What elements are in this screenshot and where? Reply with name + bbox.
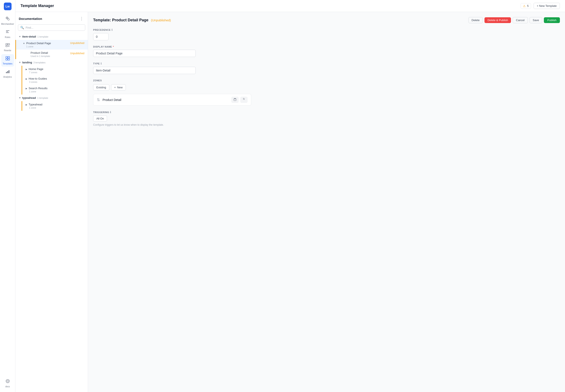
template-status: (Unpublished) bbox=[151, 18, 171, 22]
svg-rect-4 bbox=[6, 30, 9, 31]
tree-group-landing: ▼ landing 3 templates ▶ Home Page 7 zone bbox=[15, 59, 88, 95]
sidebar-item-rules[interactable]: Rules bbox=[1, 28, 14, 40]
alert-badge: ⚠ 5 bbox=[520, 3, 531, 9]
zone-delete-button[interactable] bbox=[231, 97, 238, 103]
sidebar-item-analytics[interactable]: Analytics bbox=[1, 68, 14, 80]
precedence-input[interactable] bbox=[93, 33, 108, 40]
svg-point-20 bbox=[7, 380, 9, 382]
svg-point-1 bbox=[8, 19, 9, 20]
tree-subitem-name: Product Detail bbox=[30, 51, 68, 55]
svg-rect-17 bbox=[7, 71, 8, 73]
sidebar-docs[interactable]: docs bbox=[4, 377, 11, 390]
delete-publish-button[interactable]: Delete & Publish bbox=[484, 17, 511, 23]
tree-group-item-detail-header[interactable]: ▼ item-detail 1 template bbox=[15, 33, 88, 40]
chevron-right-icon: ▶ bbox=[26, 78, 27, 80]
chevron-right-icon: ▶ bbox=[26, 87, 27, 90]
search-icon: 🔍 bbox=[20, 26, 24, 29]
tree-item-home-page[interactable]: ▶ Home Page 7 zones bbox=[22, 66, 88, 75]
svg-rect-9 bbox=[6, 45, 7, 47]
chevron-down-icon: ▼ bbox=[23, 42, 25, 45]
zones-label: ZONES bbox=[93, 79, 560, 82]
tree-group-landing-header[interactable]: ▼ landing 3 templates bbox=[15, 59, 88, 66]
tree-group-item-detail: ▼ item-detail 1 template ▼ Product Detai… bbox=[15, 33, 88, 59]
subitem-unpublished-badge[interactable]: Unpublished bbox=[70, 52, 84, 55]
tree-group-landing-children: ▶ Home Page 7 zones ▶ How-to Guides bbox=[22, 66, 88, 95]
tree-subitem-left: Product Detail Used in 1 template bbox=[30, 51, 68, 57]
type-input[interactable] bbox=[93, 67, 196, 74]
existing-button[interactable]: Existing bbox=[93, 84, 109, 90]
zone-row: ⇅ Product Detail bbox=[93, 94, 251, 106]
drag-handle-icon[interactable]: ⇅ bbox=[97, 98, 100, 102]
cancel-button[interactable]: Cancel bbox=[513, 17, 528, 23]
tree-item-row: ▶ Search Results bbox=[26, 87, 84, 90]
plus-icon: + bbox=[114, 86, 116, 89]
save-button[interactable]: Save bbox=[530, 17, 542, 23]
all-on-button[interactable]: All On bbox=[93, 115, 107, 122]
panel-menu-button[interactable]: ⋮ bbox=[79, 15, 84, 22]
precedence-label: PRECEDENCE ℹ bbox=[93, 28, 560, 31]
sidebar: Lw Merchandiser Rules bbox=[0, 0, 15, 392]
zone-name: Product Detail bbox=[103, 98, 229, 102]
svg-rect-8 bbox=[8, 43, 10, 45]
topbar-actions: ⚠ 5 + New Template bbox=[520, 3, 560, 9]
triggering-section: Triggering ℹ All On Configure triggers t… bbox=[93, 111, 560, 126]
new-template-button[interactable]: + New Template bbox=[534, 3, 560, 9]
search-input[interactable] bbox=[26, 26, 83, 29]
tree-item-sub: 7 zones bbox=[26, 71, 84, 74]
display-name-section: DISPLAY NAME * bbox=[93, 45, 560, 57]
tree-item-product-detail-page[interactable]: ▼ Product Detail Page 1 zone Unpublished bbox=[15, 40, 88, 50]
display-name-label: DISPLAY NAME * bbox=[93, 45, 560, 48]
new-zone-button[interactable]: + New bbox=[111, 84, 126, 90]
chevron-down-icon: ▼ bbox=[19, 35, 21, 38]
svg-rect-12 bbox=[6, 56, 7, 58]
sidebar-nav: Merchandiser Rules bbox=[1, 14, 14, 377]
sidebar-item-rewrite[interactable]: Rewrite bbox=[1, 41, 14, 53]
tree-group-typeahead-children: ▶ Typeahead 1 zone bbox=[22, 101, 88, 111]
svg-rect-18 bbox=[9, 70, 9, 73]
panel-title: Documentation bbox=[19, 17, 42, 20]
sidebar-item-analytics-label: Analytics bbox=[3, 76, 12, 78]
publish-button[interactable]: Publish bbox=[544, 17, 560, 23]
tree-item-name: Search Results bbox=[29, 87, 47, 90]
template-title: Template: Product Detail Page bbox=[93, 18, 149, 22]
tree-item-search-results[interactable]: ▶ Search Results 1 zone bbox=[22, 85, 88, 95]
zones-section: ZONES Existing + New ⇅ Product Detail bbox=[93, 79, 560, 106]
svg-point-19 bbox=[6, 379, 9, 383]
display-name-input[interactable] bbox=[93, 50, 196, 57]
tree-item-typeahead[interactable]: ▶ Typeahead 1 zone bbox=[22, 101, 88, 111]
unpublished-badge[interactable]: Unpublished bbox=[70, 42, 84, 45]
tree-item-left: ▶ Home Page 7 zones bbox=[26, 68, 84, 74]
tree-item-name: Home Page bbox=[29, 68, 43, 71]
tree-item-how-to-guides[interactable]: ▶ How-to Guides 3 zones bbox=[22, 75, 88, 85]
chevron-down-icon: ▼ bbox=[19, 61, 21, 64]
triggering-info-icon: ℹ bbox=[110, 111, 111, 114]
svg-rect-6 bbox=[6, 32, 9, 33]
zone-actions bbox=[231, 97, 248, 103]
tree-item-row: ▶ Typeahead bbox=[26, 103, 84, 106]
tree-item-sub: 1 zone bbox=[26, 90, 84, 93]
search-box: 🔍 bbox=[18, 24, 85, 31]
tree-group-name: landing bbox=[22, 61, 32, 64]
type-section: TYPE ℹ bbox=[93, 62, 560, 74]
tree-item-left: ▶ How-to Guides 3 zones bbox=[26, 77, 84, 83]
sidebar-item-templates[interactable]: Templates bbox=[1, 54, 14, 67]
tree-item-row: ▶ Home Page bbox=[26, 68, 84, 71]
sidebar-item-rules-label: Rules bbox=[5, 36, 11, 38]
docs-icon bbox=[5, 379, 10, 385]
sidebar-item-merchandiser-label: Merchandiser bbox=[1, 23, 14, 25]
main-area: Template Manager ⚠ 5 + New Template Docu… bbox=[15, 0, 565, 392]
tree-group-name: item-detail bbox=[22, 35, 36, 38]
tree-group-count: 1 template bbox=[37, 35, 48, 38]
delete-button[interactable]: Delete bbox=[468, 17, 483, 23]
tree-subitem-product-detail[interactable]: Product Detail Used in 1 template Unpubl… bbox=[15, 50, 88, 59]
tree-group-typeahead-header[interactable]: ▼ typeahead 1 template bbox=[15, 95, 88, 101]
tree-group-typeahead: ▼ typeahead 1 template ▶ Typeahead 1 zon bbox=[15, 95, 88, 111]
sidebar-item-merchandiser[interactable]: Merchandiser bbox=[1, 14, 14, 27]
new-template-label: + New Template bbox=[537, 4, 557, 7]
sidebar-docs-label: docs bbox=[5, 385, 10, 388]
tree-subitem-badge: Unpublished bbox=[70, 51, 84, 55]
tree-item-sub: 3 zones bbox=[26, 81, 84, 83]
zone-settings-button[interactable] bbox=[240, 97, 248, 103]
tree-item-row: ▶ How-to Guides bbox=[26, 77, 84, 80]
merchandiser-icon bbox=[5, 16, 10, 22]
